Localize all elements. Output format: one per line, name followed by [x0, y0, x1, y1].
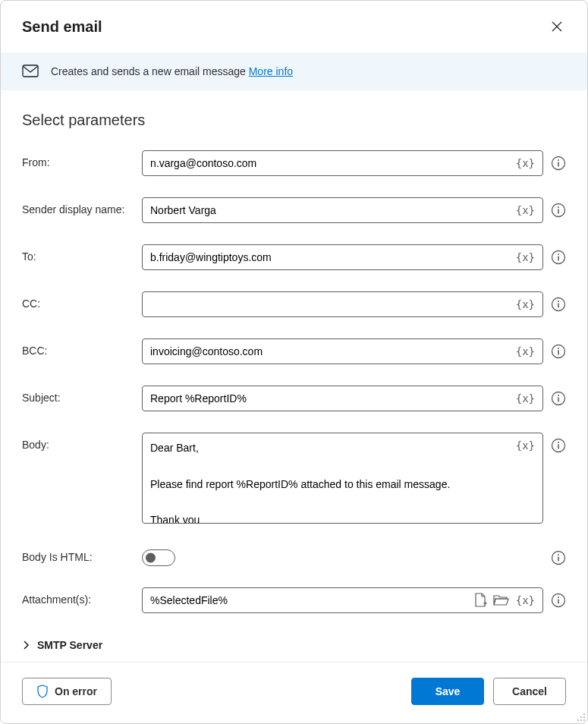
svg-rect-9: [558, 257, 559, 261]
cancel-label: Cancel: [512, 685, 547, 697]
sender-display-input[interactable]: [143, 199, 514, 222]
input-wrap-bcc: {x}: [142, 338, 543, 364]
cancel-button[interactable]: Cancel: [493, 678, 566, 705]
info-icon[interactable]: [551, 438, 566, 453]
more-info-link[interactable]: More info: [249, 65, 293, 77]
info-icon[interactable]: [551, 250, 566, 265]
svg-rect-12: [558, 304, 559, 308]
svg-point-5: [558, 206, 559, 208]
svg-point-8: [558, 253, 559, 255]
section-heading: Select parameters: [22, 112, 566, 129]
variable-icon[interactable]: {x}: [514, 297, 536, 312]
label-bcc: BCC:: [22, 338, 142, 357]
folder-open-icon: [493, 593, 510, 607]
svg-rect-0: [23, 65, 38, 77]
chevron-right-icon: [22, 641, 31, 650]
row-to: To: {x}: [22, 244, 566, 270]
row-body: Body: {x}: [22, 433, 566, 524]
info-icon[interactable]: [551, 593, 566, 608]
label-from: From:: [22, 150, 142, 168]
svg-point-2: [558, 159, 559, 161]
info-icon[interactable]: [551, 203, 566, 218]
info-icon[interactable]: [551, 391, 566, 406]
info-banner: Creates and sends a new email message Mo…: [1, 52, 587, 90]
row-bcc: BCC: {x}: [22, 338, 566, 364]
mail-icon: [22, 65, 39, 78]
svg-point-11: [558, 301, 559, 302]
toggle-knob: [146, 553, 156, 563]
variable-icon[interactable]: {x}: [514, 156, 536, 171]
smtp-expander-label: SMTP Server: [37, 639, 102, 651]
row-sender-display: Sender display name: {x}: [22, 197, 566, 223]
banner-text-wrap: Creates and sends a new email message Mo…: [51, 65, 293, 77]
close-button[interactable]: [545, 14, 569, 39]
input-wrap-cc: {x}: [142, 291, 543, 317]
dialog-footer: On error Save Cancel: [1, 662, 587, 723]
on-error-button[interactable]: On error: [22, 678, 112, 705]
variable-icon[interactable]: {x}: [514, 438, 536, 453]
variable-icon[interactable]: {x}: [514, 203, 536, 218]
svg-rect-24: [558, 557, 559, 562]
info-icon[interactable]: [551, 297, 566, 312]
close-icon: [552, 21, 562, 32]
info-icon[interactable]: [551, 156, 566, 171]
attachments-input[interactable]: [143, 589, 472, 612]
dialog-body: Select parameters From: {x} Sende: [1, 90, 587, 662]
subject-input[interactable]: [143, 387, 514, 410]
row-body-is-html: Body Is HTML:: [22, 545, 566, 566]
label-body: Body:: [22, 433, 142, 451]
file-add-icon: [473, 593, 487, 608]
svg-point-23: [558, 554, 559, 556]
info-icon[interactable]: [551, 344, 566, 359]
label-subject: Subject:: [22, 386, 142, 404]
svg-rect-6: [558, 209, 559, 214]
cc-input[interactable]: [143, 293, 514, 316]
input-wrap-to: {x}: [142, 244, 543, 270]
svg-rect-21: [558, 445, 559, 449]
body-is-html-toggle[interactable]: [142, 549, 175, 566]
variable-icon[interactable]: {x}: [514, 344, 536, 359]
row-attachments: Attachment(s):: [22, 587, 566, 613]
bcc-input[interactable]: [143, 340, 514, 363]
on-error-label: On error: [55, 685, 97, 697]
label-body-is-html: Body Is HTML:: [22, 545, 142, 563]
body-textarea[interactable]: [143, 433, 542, 523]
from-input[interactable]: [143, 152, 514, 175]
label-to: To:: [22, 244, 142, 263]
svg-point-26: [558, 597, 559, 598]
textarea-wrap-body: {x}: [142, 433, 543, 524]
row-subject: Subject: {x}: [22, 386, 566, 411]
variable-icon[interactable]: {x}: [514, 250, 536, 265]
dialog-title: Send email: [22, 18, 102, 36]
svg-point-14: [558, 348, 559, 349]
input-wrap-sender-display: {x}: [142, 197, 543, 223]
row-from: From: {x}: [22, 150, 566, 176]
banner-text: Creates and sends a new email message: [51, 65, 249, 77]
label-sender-display: Sender display name:: [22, 197, 142, 216]
shield-icon: [36, 685, 49, 698]
svg-rect-18: [558, 398, 559, 402]
input-wrap-from: {x}: [142, 150, 543, 176]
variable-icon[interactable]: {x}: [514, 593, 536, 608]
info-icon[interactable]: [551, 550, 566, 565]
svg-point-20: [558, 442, 559, 443]
dialog-header: Send email: [1, 1, 587, 52]
input-wrap-attachments: {x}: [142, 587, 543, 613]
input-wrap-subject: {x}: [142, 386, 543, 411]
label-attachments: Attachment(s):: [22, 587, 142, 606]
send-email-dialog: Send email Creates and sends a new email…: [0, 0, 588, 724]
svg-rect-3: [558, 162, 559, 167]
svg-point-17: [558, 395, 559, 396]
select-file-button[interactable]: [472, 591, 489, 609]
select-folder-button[interactable]: [492, 592, 511, 609]
smtp-server-expander[interactable]: SMTP Server: [22, 634, 566, 656]
svg-rect-27: [558, 600, 559, 604]
row-cc: CC: {x}: [22, 291, 566, 317]
svg-rect-15: [558, 351, 559, 355]
save-button[interactable]: Save: [411, 678, 484, 705]
to-input[interactable]: [143, 246, 514, 269]
save-label: Save: [435, 685, 461, 697]
label-cc: CC:: [22, 291, 142, 310]
variable-icon[interactable]: {x}: [514, 391, 536, 406]
